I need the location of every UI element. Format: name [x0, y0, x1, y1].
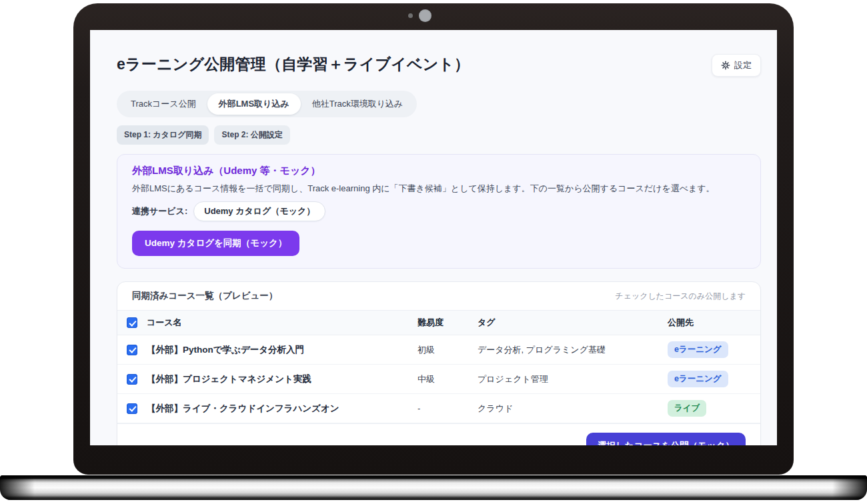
external-lms-import-panel: 外部LMS取り込み（Udemy 等・モック） 外部LMSにあるコース情報を一括で…	[117, 154, 761, 269]
synced-course-list-title: 同期済みコース一覧（プレビュー）	[132, 290, 277, 302]
linked-service-label: 連携サービス:	[132, 205, 187, 217]
course-level: 初級	[417, 344, 478, 356]
step-indicator: Step 1: カタログ同期 Step 2: 公開設定	[117, 125, 761, 145]
linked-service-value-pill[interactable]: Udemy カタログ（モック）	[193, 201, 325, 221]
course-name: 【外部】プロジェクトマネジメント実践	[147, 373, 417, 385]
tab-bar: Trackコース公開 外部LMS取り込み 他社Track環境取り込み	[117, 91, 417, 117]
column-header-level: 難易度	[417, 317, 478, 329]
laptop-mockup: eラーニング公開管理（自学習＋ライブイベント）	[0, 0, 867, 504]
publish-note: チェックしたコースのみ公開します	[615, 291, 746, 302]
table-body: 【外部】Pythonで学ぶデータ分析入門 初級 データ分析, プログラミング基礎…	[117, 335, 760, 423]
course-name: 【外部】Pythonで学ぶデータ分析入門	[147, 344, 417, 356]
tab-other-track-env-import[interactable]: 他社Track環境取り込み	[301, 93, 415, 115]
panel-title: 外部LMS取り込み（Udemy 等・モック）	[132, 165, 746, 177]
column-header-tags: タグ	[478, 317, 668, 329]
tab-track-course-publish[interactable]: Trackコース公開	[119, 93, 207, 115]
camera-indicator-dot	[408, 13, 413, 18]
course-tags: データ分析, プログラミング基礎	[478, 344, 668, 356]
course-tags: プロジェクト管理	[478, 373, 668, 385]
page-header: eラーニング公開管理（自学習＋ライブイベント）	[117, 54, 761, 77]
step-2-badge: Step 2: 公開設定	[214, 125, 289, 145]
settings-button-label: 設定	[734, 59, 752, 71]
column-header-destination: 公開先	[668, 317, 751, 329]
webcam-icon	[419, 9, 431, 22]
synced-course-card: 同期済みコース一覧（プレビュー） チェックしたコースのみ公開します コース名 難…	[117, 281, 761, 445]
tab-external-lms-import[interactable]: 外部LMS取り込み	[207, 93, 301, 115]
row-checkbox[interactable]	[127, 403, 137, 414]
page-title: eラーニング公開管理（自学習＋ライブイベント）	[117, 54, 470, 75]
laptop-base	[0, 475, 867, 500]
gear-icon	[721, 61, 730, 70]
select-all-checkbox[interactable]	[127, 317, 137, 328]
synced-course-card-header: 同期済みコース一覧（プレビュー） チェックしたコースのみ公開します	[117, 282, 760, 310]
table-row: 【外部】プロジェクトマネジメント実践 中級 プロジェクト管理 eラーニング	[117, 365, 760, 394]
destination-badge: eラーニング	[668, 371, 728, 387]
step-1-badge: Step 1: カタログ同期	[117, 125, 209, 145]
row-checkbox[interactable]	[127, 345, 137, 355]
row-checkbox[interactable]	[127, 374, 137, 385]
settings-button[interactable]: 設定	[712, 54, 761, 77]
course-level: -	[417, 403, 478, 413]
publish-selected-courses-button[interactable]: 選択したコースを公開（モック）	[586, 433, 746, 445]
column-header-course-name: コース名	[147, 317, 417, 329]
linked-service-row: 連携サービス: Udemy カタログ（モック）	[132, 201, 746, 221]
course-tags: クラウド	[478, 403, 668, 415]
app-window: eラーニング公開管理（自学習＋ライブイベント）	[90, 30, 777, 445]
table-row: 【外部】Pythonで学ぶデータ分析入門 初級 データ分析, プログラミング基礎…	[117, 335, 760, 365]
panel-description: 外部LMSにあるコース情報を一括で同期し、Track e-learning 内に…	[132, 182, 746, 195]
table-header-row: コース名 難易度 タグ 公開先	[117, 310, 760, 335]
card-footer: 選択したコースを公開（モック）	[117, 423, 760, 445]
course-name: 【外部】ライブ・クラウドインフラハンズオン	[147, 403, 417, 415]
course-level: 中級	[417, 373, 478, 385]
table-row: 【外部】ライブ・クラウドインフラハンズオン - クラウド ライブ	[117, 394, 760, 423]
destination-badge: ライブ	[668, 400, 706, 417]
destination-badge: eラーニング	[668, 341, 728, 358]
sync-udemy-catalog-button[interactable]: Udemy カタログを同期（モック）	[132, 231, 299, 256]
